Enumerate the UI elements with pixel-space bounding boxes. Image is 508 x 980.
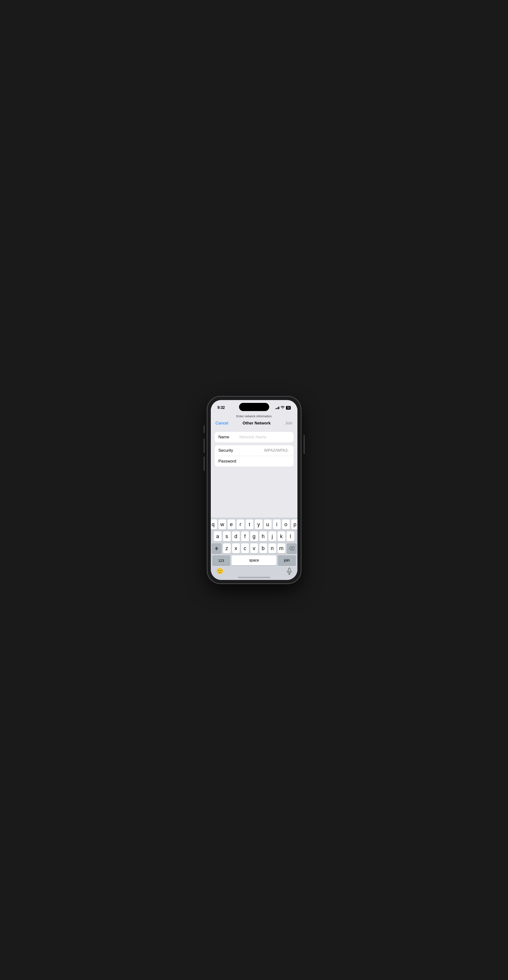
key-c[interactable]: c — [241, 543, 249, 554]
security-row[interactable]: Security WPA2/WPA3 › — [215, 445, 294, 456]
bar2 — [276, 408, 277, 409]
keyboard: q w e r t y u i o p a s d f g h j k — [211, 517, 298, 580]
chevron-right-icon: › — [288, 449, 290, 452]
key-p[interactable]: p — [291, 519, 298, 530]
key-a[interactable]: a — [214, 531, 221, 541]
key-m[interactable]: m — [277, 543, 285, 554]
status-icons: 72 — [275, 406, 291, 410]
key-g[interactable]: g — [250, 531, 258, 541]
join-button[interactable]: Join — [285, 421, 292, 426]
nav-bar: Cancel Other Network Join — [211, 419, 298, 429]
bar1 — [275, 409, 276, 409]
keyboard-row-1: q w e r t y u i o p — [212, 519, 297, 530]
keyboard-join-key[interactable]: join — [278, 555, 296, 565]
microphone-key[interactable] — [287, 568, 292, 576]
key-d[interactable]: d — [232, 531, 240, 541]
keyboard-bottom-row: 123 space join — [212, 555, 297, 565]
security-card: Security WPA2/WPA3 › Password — [215, 445, 294, 466]
shift-key[interactable] — [212, 543, 221, 554]
phone-frame: 9:32 72 — [207, 397, 301, 583]
svg-rect-0 — [288, 568, 290, 572]
key-x[interactable]: x — [232, 543, 240, 554]
key-r[interactable]: r — [237, 519, 244, 530]
battery-icon: 72 — [286, 406, 290, 410]
key-n[interactable]: n — [269, 543, 276, 554]
numbers-key[interactable]: 123 — [212, 555, 230, 565]
content-area: Enter network information Cancel Other N… — [211, 412, 298, 466]
security-label: Security — [218, 448, 237, 453]
volume-up-button[interactable] — [204, 439, 205, 453]
key-w[interactable]: w — [218, 519, 226, 530]
key-j[interactable]: j — [269, 531, 276, 541]
name-section: Name — [215, 432, 294, 442]
bar3 — [277, 407, 278, 409]
key-e[interactable]: e — [228, 519, 235, 530]
key-b[interactable]: b — [260, 543, 267, 554]
password-input[interactable] — [237, 459, 290, 464]
home-indicator — [238, 577, 270, 578]
key-q[interactable]: q — [211, 519, 217, 530]
key-i[interactable]: i — [273, 519, 281, 530]
keyboard-row-2: a s d f g h j k l — [212, 531, 297, 541]
signal-bars-icon — [275, 406, 279, 409]
dynamic-island — [239, 403, 269, 411]
phone-screen: 9:32 72 — [211, 400, 298, 580]
emoji-key[interactable]: 🙂 — [216, 568, 223, 576]
security-value[interactable]: WPA2/WPA3 › — [237, 448, 290, 453]
volume-down-button[interactable] — [204, 457, 205, 471]
bar4 — [279, 407, 279, 409]
key-f[interactable]: f — [241, 531, 249, 541]
key-t[interactable]: t — [246, 519, 253, 530]
key-z[interactable]: z — [223, 543, 231, 554]
name-row[interactable]: Name — [215, 432, 294, 442]
status-time: 9:32 — [218, 406, 225, 410]
key-u[interactable]: u — [264, 519, 272, 530]
security-section: Security WPA2/WPA3 › Password — [215, 445, 294, 466]
name-label: Name — [218, 435, 237, 439]
space-key[interactable]: space — [232, 555, 277, 565]
wifi-icon — [281, 406, 285, 410]
key-y[interactable]: y — [255, 519, 263, 530]
modal-hint: Enter network information — [211, 412, 298, 419]
keyboard-row-3: z x c v b n m — [212, 543, 297, 554]
name-card: Name — [215, 432, 294, 442]
key-h[interactable]: h — [260, 531, 267, 541]
key-k[interactable]: k — [277, 531, 285, 541]
password-row[interactable]: Password — [215, 456, 294, 466]
password-label: Password — [218, 459, 237, 464]
cancel-button[interactable]: Cancel — [216, 421, 228, 426]
key-v[interactable]: v — [250, 543, 258, 554]
delete-key[interactable] — [287, 543, 297, 554]
key-s[interactable]: s — [223, 531, 231, 541]
page-title: Other Network — [243, 421, 271, 426]
power-button[interactable] — [304, 435, 304, 454]
key-l[interactable]: l — [287, 531, 294, 541]
network-name-input[interactable] — [237, 435, 290, 439]
key-o[interactable]: o — [282, 519, 290, 530]
silent-switch[interactable] — [204, 425, 205, 433]
